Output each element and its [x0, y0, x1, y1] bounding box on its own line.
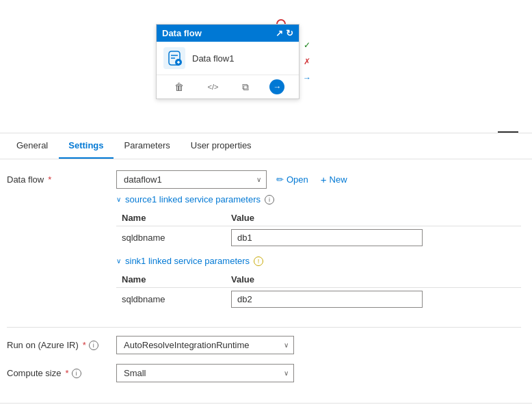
run-on-row: Run on (Azure IR) * i AutoResolveIntegra…: [7, 336, 521, 354]
node-header-left: Data flow: [162, 28, 202, 38]
source1-header[interactable]: ∨ source1 linked service parameters i: [116, 194, 521, 204]
sink1-value-0-input[interactable]: [231, 291, 423, 308]
dataflow-select-wrap: dataflow1 dataflow2 ∨: [116, 170, 267, 189]
node-header-right: ↗ ↻: [276, 28, 293, 38]
source1-name-col-header: Name: [116, 210, 226, 226]
source1-title: source1 linked service parameters: [125, 194, 261, 204]
cross-btn[interactable]: ✗: [300, 54, 315, 69]
dataflow-content: dataflow1 dataflow2 ∨ ✏ Open + New ∨: [116, 170, 521, 317]
open-button[interactable]: ✏ Open: [274, 174, 311, 185]
sink1-name-0: sqldbname: [116, 288, 226, 311]
canvas-area: Data flow ↗ ↻ Data flow1 🗑 </> ⧉ →: [0, 0, 532, 133]
sink1-title: sink1 linked service parameters: [125, 256, 250, 266]
df-row-content: dataflow1 dataflow2 ∨ ✏ Open + New: [116, 170, 521, 189]
dataflow-select[interactable]: dataflow1 dataflow2: [116, 170, 267, 189]
tab-parameters[interactable]: Parameters: [115, 133, 180, 159]
run-on-label: Run on (Azure IR) * i: [7, 336, 116, 350]
sink1-params-table: Name Value sqldbname: [116, 272, 521, 311]
refresh-icon[interactable]: ↻: [286, 28, 293, 38]
node-header: Data flow ↗ ↻: [157, 25, 299, 42]
dataflow-node: Data flow ↗ ↻ Data flow1 🗑 </> ⧉ →: [156, 24, 300, 99]
new-button[interactable]: + New: [318, 174, 350, 185]
sink1-info-icon[interactable]: !: [254, 256, 263, 266]
compute-size-label: Compute size * i: [7, 364, 116, 378]
delete-action-btn[interactable]: 🗑: [171, 80, 187, 94]
dataflow-label: Data flow *: [7, 170, 116, 185]
node-name: Data flow1: [192, 53, 234, 64]
code-action-btn[interactable]: </>: [204, 81, 222, 92]
tabs-bar: General Settings Parameters User propert…: [0, 133, 532, 159]
arrow-action-btn[interactable]: →: [269, 79, 284, 94]
pencil-icon: ✏: [276, 174, 284, 185]
advanced-row[interactable]: › Advanced: [0, 403, 532, 409]
source1-name-0: sqldbname: [116, 226, 226, 250]
source1-value-0-cell: [226, 226, 521, 250]
dataflow-svg-icon: [163, 47, 185, 69]
node-actions: 🗑 </> ⧉ →: [157, 75, 299, 98]
sink1-name-col-header: Name: [116, 272, 226, 288]
compute-size-select[interactable]: Small Medium Large: [116, 364, 294, 382]
tab-settings[interactable]: Settings: [59, 133, 113, 159]
tab-general[interactable]: General: [7, 133, 57, 159]
check-btn[interactable]: ✓: [300, 38, 315, 53]
open-external-icon[interactable]: ↗: [276, 28, 283, 38]
source1-row-0: sqldbname: [116, 226, 521, 250]
source1-params-table: Name Value sqldbname: [116, 210, 521, 249]
side-buttons: ✓ ✗ →: [300, 38, 315, 85]
source1-value-0-input[interactable]: [231, 229, 423, 246]
compute-size-select-wrap: Small Medium Large ∨: [116, 364, 294, 382]
run-on-select[interactable]: AutoResolveIntegrationRuntime Custom: [116, 336, 294, 354]
source1-info-icon[interactable]: i: [265, 195, 274, 204]
copy-action-btn[interactable]: ⧉: [239, 80, 252, 94]
compute-size-row: Compute size * i Small Medium Large ∨: [7, 364, 521, 382]
compute-size-required-star: *: [65, 368, 68, 378]
sink1-section: ∨ sink1 linked service parameters ! Name…: [116, 256, 521, 311]
dataflow-row: Data flow * dataflow1 dataflow2 ∨ ✏ Open…: [7, 170, 521, 317]
tab-user-properties[interactable]: User properties: [181, 133, 261, 159]
props-panel: Data flow * dataflow1 dataflow2 ∨ ✏ Open…: [0, 159, 532, 403]
run-on-select-wrap: AutoResolveIntegrationRuntime Custom ∨: [116, 336, 294, 354]
sink1-value-col-header: Value: [226, 272, 521, 288]
node-title: Data flow: [162, 28, 202, 38]
source1-section: ∨ source1 linked service parameters i Na…: [116, 194, 521, 249]
h-line: [498, 131, 518, 133]
required-star: *: [48, 174, 51, 185]
plus-icon: +: [321, 174, 327, 185]
source1-value-col-header: Value: [226, 210, 521, 226]
source1-chevron-icon: ∨: [116, 196, 121, 203]
compute-size-info-icon[interactable]: i: [72, 369, 81, 378]
run-on-info-icon[interactable]: i: [89, 341, 98, 350]
side-arrow-btn[interactable]: →: [300, 70, 315, 85]
node-body: Data flow1: [157, 42, 299, 75]
compute-size-content: Small Medium Large ∨: [116, 364, 521, 382]
sink1-row-0: sqldbname: [116, 288, 521, 311]
sink1-chevron-icon: ∨: [116, 257, 121, 265]
sink1-value-0-cell: [226, 288, 521, 311]
separator-1: [7, 327, 521, 328]
run-on-content: AutoResolveIntegrationRuntime Custom ∨: [116, 336, 521, 354]
sink1-header[interactable]: ∨ sink1 linked service parameters !: [116, 256, 521, 266]
run-on-required-star: *: [83, 340, 86, 350]
